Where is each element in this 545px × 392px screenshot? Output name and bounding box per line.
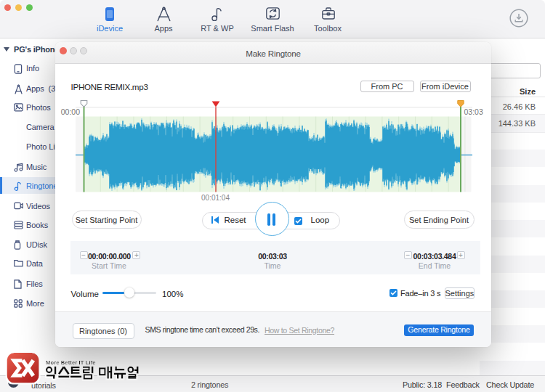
svg-text:More Better IT Life: More Better IT Life	[46, 359, 96, 366]
